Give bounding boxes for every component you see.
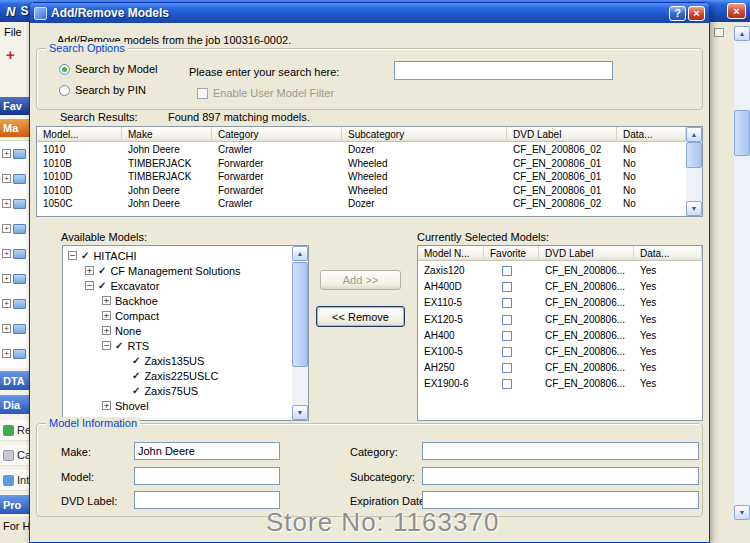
background-tree-item[interactable]: + [0, 341, 30, 366]
selected-row[interactable]: EX100-5CF_EN_200806...Yes [418, 344, 702, 360]
toolbar-new-icon[interactable]: + [6, 46, 15, 63]
menu-file[interactable]: File [4, 26, 22, 38]
sidebar-diagnostics-bar[interactable]: Dia [0, 395, 30, 414]
results-column-header[interactable]: Data... [617, 127, 686, 142]
tree-expander-icon[interactable]: + [102, 326, 111, 335]
sidebar-favorites-bar[interactable]: Fav [0, 97, 30, 115]
tree-item[interactable]: ✓Zaxis135US [64, 353, 291, 368]
results-column-header[interactable]: Make [122, 127, 212, 142]
tree-item[interactable]: ✓Zaxis225USLC [64, 368, 291, 383]
scroll-down-icon[interactable]: ▼ [734, 505, 750, 520]
favorite-checkbox[interactable] [502, 363, 512, 373]
background-tree-item[interactable]: + [0, 266, 30, 291]
selected-row[interactable]: EX110-5CF_EN_200806...Yes [418, 295, 702, 311]
sidebar-calibrations-item[interactable]: Cal [0, 445, 30, 466]
results-row[interactable]: 1010BTIMBERJACKForwarderWheeledCF_EN_200… [37, 157, 686, 171]
sidebar-readings-item[interactable]: Rea [0, 420, 30, 441]
favorite-checkbox[interactable] [502, 379, 512, 389]
sidebar-machines-bar[interactable]: Ma [0, 119, 30, 137]
favorite-checkbox[interactable] [502, 266, 512, 276]
expander-icon[interactable]: + [2, 149, 11, 158]
scroll-up-icon[interactable]: ▲ [292, 246, 308, 261]
selected-column-header[interactable]: Model N... [418, 246, 484, 261]
tree-scrollbar[interactable]: ▲ ▼ [292, 246, 308, 420]
panel-pin-icon[interactable] [714, 28, 724, 37]
selected-row[interactable]: AH400DCF_EN_200806...Yes [418, 279, 702, 295]
remove-button[interactable]: << Remove [316, 306, 405, 327]
favorite-checkbox[interactable] [502, 347, 512, 357]
tree-expander-icon[interactable]: + [102, 311, 111, 320]
scroll-up-icon[interactable]: ▲ [686, 127, 702, 142]
sidebar-interactive-item[interactable]: Int [0, 470, 30, 491]
dialog-close-button[interactable]: × [688, 6, 705, 21]
tree-item[interactable]: +Backhoe [64, 293, 291, 308]
background-tree-item[interactable]: + [0, 316, 30, 341]
category-input[interactable] [422, 442, 699, 460]
tree-item[interactable]: +Shovel [64, 398, 291, 413]
background-tree-item[interactable]: + [0, 166, 30, 191]
user-model-filter-checkbox[interactable]: Enable User Model Filter [197, 87, 334, 99]
expander-icon[interactable]: + [2, 249, 11, 258]
sidebar-pro-bar[interactable]: Pro [0, 495, 30, 514]
results-column-header[interactable]: Model... [37, 127, 122, 142]
results-row[interactable]: 1010DTIMBERJACKForwarderWheeledCF_EN_200… [37, 170, 686, 184]
tree-expander-icon[interactable]: − [85, 281, 94, 290]
tree-expander-icon[interactable]: + [102, 401, 111, 410]
tree-expander-icon[interactable]: + [85, 266, 94, 275]
results-row[interactable]: 1010DJohn DeereForwarderWheeledCF_EN_200… [37, 184, 686, 198]
selected-column-header[interactable]: DVD Label [539, 246, 634, 261]
model-input[interactable] [134, 467, 280, 485]
selected-row[interactable]: AH250CF_EN_200806...Yes [418, 360, 702, 376]
scroll-thumb[interactable] [686, 142, 702, 168]
tree-item[interactable]: +✓CF Management Solutions [64, 263, 291, 278]
background-tree-item[interactable]: + [0, 191, 30, 216]
scroll-thumb[interactable] [292, 262, 308, 367]
favorite-checkbox[interactable] [502, 315, 512, 325]
scroll-down-icon[interactable]: ▼ [292, 405, 308, 420]
dialog-titlebar[interactable]: Add/Remove Models ? × [30, 3, 709, 23]
background-tree-item[interactable]: + [0, 141, 30, 166]
dvd-label-input[interactable] [134, 491, 280, 509]
expander-icon[interactable]: + [2, 174, 11, 183]
expander-icon[interactable]: + [2, 349, 11, 358]
make-input[interactable] [134, 442, 280, 460]
results-column-header[interactable]: DVD Label [507, 127, 617, 142]
main-vertical-scrollbar[interactable]: ▲ ▼ [734, 26, 750, 520]
search-by-pin-radio[interactable]: Search by PIN [59, 84, 146, 96]
tree-item[interactable]: +None [64, 323, 291, 338]
tree-expander-icon[interactable]: − [68, 251, 77, 260]
scroll-thumb[interactable] [734, 110, 750, 156]
search-by-model-radio[interactable]: Search by Model [59, 63, 158, 75]
add-button[interactable]: Add >> [320, 270, 401, 290]
results-column-header[interactable]: Category [212, 127, 342, 142]
scroll-down-icon[interactable]: ▼ [686, 201, 702, 216]
tree-item[interactable]: ✓Zaxis75US [64, 383, 291, 398]
expander-icon[interactable]: + [2, 324, 11, 333]
selected-column-header[interactable]: Favorite [484, 246, 539, 261]
tree-item[interactable]: −✓Excavator [64, 278, 291, 293]
subcategory-input[interactable] [422, 467, 699, 485]
expander-icon[interactable]: + [2, 299, 11, 308]
selected-column-header[interactable]: Data... [634, 246, 702, 261]
background-tree-item[interactable]: + [0, 216, 30, 241]
results-scrollbar[interactable]: ▲ ▼ [686, 127, 702, 216]
sidebar-dta-bar[interactable]: DTA [0, 371, 30, 390]
tree-item[interactable]: −✓HITACHI [64, 248, 291, 263]
favorite-checkbox[interactable] [502, 282, 512, 292]
selected-row[interactable]: EX120-5CF_EN_200806...Yes [418, 312, 702, 328]
background-tree-item[interactable]: + [0, 291, 30, 316]
tree-item[interactable]: +Compact [64, 308, 291, 323]
favorite-checkbox[interactable] [502, 298, 512, 308]
background-tree-item[interactable]: + [0, 241, 30, 266]
tree-expander-icon[interactable]: + [102, 296, 111, 305]
background-close-button[interactable]: × [727, 3, 746, 19]
results-column-header[interactable]: Subcategory [342, 127, 507, 142]
scroll-up-icon[interactable]: ▲ [734, 26, 750, 41]
results-row[interactable]: 1050CJohn DeereCrawlerDozerCF_EN_200806_… [37, 197, 686, 211]
tree-item[interactable]: −✓RTS [64, 338, 291, 353]
selected-row[interactable]: Zaxis120CF_EN_200806...Yes [418, 263, 702, 279]
selected-row[interactable]: EX1900-6CF_EN_200806...Yes [418, 376, 702, 392]
expander-icon[interactable]: + [2, 199, 11, 208]
search-input[interactable] [394, 61, 613, 80]
expander-icon[interactable]: + [2, 274, 11, 283]
